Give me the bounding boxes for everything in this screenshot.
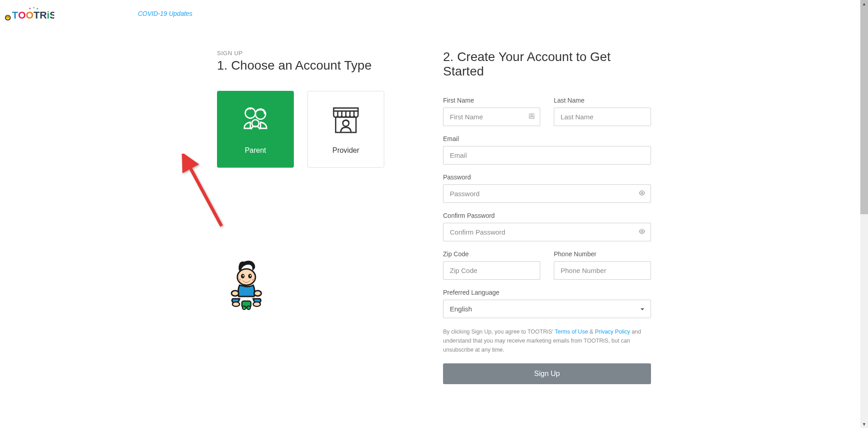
svg-point-32 [531, 114, 533, 116]
terms-of-use-link[interactable]: Terms of Use [555, 329, 588, 335]
confirm-password-label: Confirm Password [443, 212, 651, 219]
choose-account-title: 1. Choose an Account Type [217, 58, 398, 73]
header: TOOTRiS ★ ★ ★ COVID-19 Updates [0, 0, 868, 23]
preferred-language-label: Preferred Language [443, 289, 651, 296]
svg-text:★: ★ [28, 6, 31, 10]
eye-icon[interactable] [638, 228, 646, 237]
covid-updates-link[interactable]: COVID-19 Updates [138, 10, 193, 17]
email-input[interactable] [443, 146, 651, 165]
last-name-label: Last Name [554, 97, 651, 104]
zip-code-input[interactable] [443, 261, 540, 280]
svg-text:★: ★ [33, 6, 35, 9]
svg-point-26 [232, 302, 240, 306]
scrollbar-thumb[interactable] [860, 0, 868, 214]
scroll-down-arrow-icon[interactable]: ▼ [860, 420, 868, 428]
account-type-section: SIGN UP 1. Choose an Account Type [217, 50, 398, 384]
svg-rect-15 [336, 117, 356, 132]
svg-point-2 [8, 16, 9, 17]
eye-icon[interactable] [638, 189, 646, 198]
svg-point-22 [238, 279, 241, 281]
password-label: Password [443, 174, 651, 181]
confirm-password-input[interactable] [443, 223, 651, 241]
privacy-policy-link[interactable]: Privacy Policy [595, 329, 630, 335]
scroll-up-arrow-icon[interactable]: ▲ [860, 0, 868, 8]
first-name-input[interactable] [443, 108, 540, 126]
password-input[interactable] [443, 184, 651, 203]
last-name-input[interactable] [554, 108, 651, 126]
mascot-illustration [226, 258, 398, 314]
phone-number-input[interactable] [554, 261, 651, 280]
phone-number-label: Phone Number [554, 250, 651, 258]
zip-code-label: Zip Code [443, 250, 540, 258]
parent-account-card[interactable]: Parent [217, 91, 294, 168]
first-name-label: First Name [443, 97, 540, 104]
svg-point-25 [254, 291, 261, 296]
parent-card-label: Parent [245, 146, 266, 155]
signup-label: SIGN UP [217, 50, 398, 56]
svg-point-20 [243, 275, 244, 277]
svg-point-0 [5, 15, 10, 20]
svg-point-30 [247, 306, 250, 310]
svg-point-34 [641, 230, 643, 232]
family-icon [239, 104, 272, 138]
email-label: Email [443, 135, 651, 142]
provider-card-label: Provider [332, 146, 359, 155]
create-account-title: 2. Create Your Account to Get Started [443, 50, 651, 79]
svg-point-33 [641, 192, 643, 194]
terms-text: By clicking Sign Up, you agree to TOOTRi… [443, 327, 651, 354]
signup-form-section: 2. Create Your Account to Get Started Fi… [443, 50, 651, 384]
tootris-logo[interactable]: TOOTRiS ★ ★ ★ [5, 5, 54, 23]
svg-point-23 [252, 279, 255, 281]
svg-point-27 [253, 302, 260, 306]
svg-point-1 [7, 16, 8, 17]
contact-card-icon [528, 113, 535, 121]
svg-text:★: ★ [36, 7, 38, 10]
provider-account-card[interactable]: Provider [307, 91, 384, 168]
signup-button[interactable]: Sign Up [443, 363, 651, 384]
storefront-icon [330, 104, 362, 138]
svg-point-24 [231, 291, 239, 296]
scrollbar[interactable]: ▲ ▼ [860, 0, 868, 428]
svg-point-17 [237, 269, 255, 285]
svg-point-29 [242, 306, 246, 310]
preferred-language-select[interactable]: English [443, 300, 651, 318]
svg-text:TOOTRiS: TOOTRiS [12, 9, 55, 21]
svg-point-21 [250, 275, 251, 277]
